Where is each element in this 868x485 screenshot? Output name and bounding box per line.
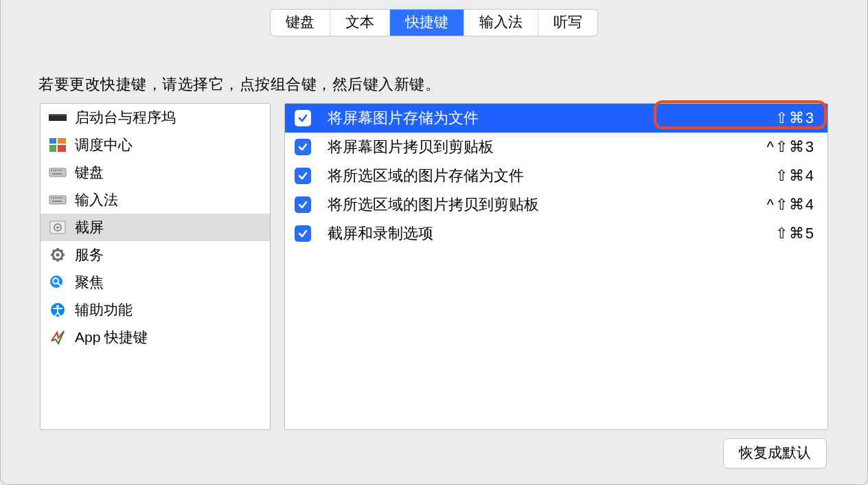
gear-icon [49, 247, 67, 262]
shortcut-keys: ⇧⌘3 [775, 109, 815, 127]
checkbox[interactable] [295, 196, 311, 213]
sidebar-item-label: App 快捷键 [75, 328, 148, 347]
svg-rect-2 [49, 138, 56, 144]
shortcut-keys: ^⇧⌘3 [766, 138, 815, 156]
sidebar-item-label: 调度中心 [75, 135, 133, 155]
restore-defaults-button[interactable]: 恢复成默认 [723, 438, 827, 469]
spotlight-icon [49, 275, 67, 290]
sidebar-item-label: 截屏 [75, 218, 104, 237]
sidebar-item-accessibility[interactable]: 辅助功能 [41, 296, 270, 324]
instruction-text: 若要更改快捷键，请选择它，点按组合键，然后键入新键。 [38, 74, 440, 95]
sidebar-item-keyboard[interactable]: 键盘 [41, 159, 270, 186]
shortcut-row[interactable]: 截屏和录制选项 ⇧⌘5 [285, 219, 827, 248]
svg-rect-13 [52, 173, 62, 174]
shortcut-list[interactable]: 将屏幕图片存储为文件 ⇧⌘3 将屏幕图片拷贝到剪贴板 ^⇧⌘3 将所选区域的图片… [284, 103, 828, 430]
checkbox[interactable] [295, 225, 311, 242]
shortcut-keys: ^⇧⌘4 [766, 196, 815, 214]
panels-container: 启动台与程序坞 调度中心 键盘 输入法 截屏 [40, 103, 828, 430]
tab-keyboard[interactable]: 键盘 [271, 10, 330, 36]
shortcut-keys: ⇧⌘5 [775, 225, 815, 242]
shortcut-label: 将屏幕图片存储为文件 [328, 108, 759, 128]
sidebar-item-app-shortcuts[interactable]: App 快捷键 [41, 324, 270, 351]
screenshot-icon [49, 220, 67, 235]
sidebar-item-label: 输入法 [75, 190, 118, 210]
svg-rect-1 [49, 114, 67, 115]
shortcut-label: 将屏幕图片拷贝到剪贴板 [328, 137, 750, 157]
tab-text[interactable]: 文本 [330, 10, 390, 36]
sidebar-item-services[interactable]: 服务 [41, 241, 270, 269]
checkbox[interactable] [295, 168, 311, 184]
sidebar-item-screenshots[interactable]: 截屏 [41, 214, 270, 241]
svg-rect-21 [52, 201, 62, 202]
svg-rect-17 [55, 197, 56, 199]
shortcut-row[interactable]: 将所选区域的图片拷贝到剪贴板 ^⇧⌘4 [285, 190, 827, 219]
sidebar-item-label: 辅助功能 [75, 300, 133, 319]
shortcut-row[interactable]: 将屏幕图片存储为文件 ⇧⌘3 [285, 104, 827, 133]
sidebar-item-label: 键盘 [75, 163, 104, 182]
checkbox[interactable] [295, 139, 311, 155]
svg-rect-12 [61, 170, 62, 171]
svg-line-31 [53, 250, 54, 251]
keyboard-icon [49, 165, 67, 180]
svg-point-26 [56, 253, 60, 257]
category-sidebar[interactable]: 启动台与程序坞 调度中心 键盘 输入法 截屏 [40, 103, 271, 430]
shortcut-row[interactable]: 将所选区域的图片存储为文件 ⇧⌘4 [285, 161, 827, 190]
svg-point-39 [56, 305, 59, 308]
checkbox[interactable] [295, 110, 311, 126]
mission-control-icon [49, 137, 67, 153]
sidebar-item-label: 启动台与程序坞 [75, 108, 176, 127]
shortcut-label: 截屏和录制选项 [328, 223, 759, 244]
svg-line-32 [61, 258, 62, 260]
svg-rect-14 [49, 196, 66, 204]
tab-input[interactable]: 输入法 [464, 10, 538, 36]
shortcut-keys: ⇧⌘4 [775, 167, 815, 185]
sidebar-item-input-sources[interactable]: 输入法 [41, 186, 270, 214]
settings-tabbar: 键盘 文本 快捷键 输入法 听写 [271, 10, 597, 36]
svg-rect-7 [51, 170, 52, 171]
svg-rect-8 [53, 170, 54, 171]
svg-rect-16 [53, 197, 54, 199]
svg-rect-19 [59, 197, 60, 199]
shortcut-label: 将所选区域的图片拷贝到剪贴板 [328, 194, 750, 215]
sidebar-item-launchpad[interactable]: 启动台与程序坞 [41, 104, 270, 131]
svg-rect-11 [59, 170, 60, 171]
appshortcut-icon [49, 330, 67, 345]
sidebar-item-mission-control[interactable]: 调度中心 [41, 131, 270, 159]
svg-rect-20 [61, 197, 62, 199]
tab-dictation[interactable]: 听写 [538, 10, 597, 36]
svg-line-33 [61, 250, 62, 251]
svg-rect-3 [58, 138, 66, 144]
sidebar-item-label: 服务 [75, 245, 104, 264]
keyboard-icon [49, 192, 67, 207]
accessibility-icon [49, 302, 67, 317]
svg-line-34 [53, 258, 54, 260]
svg-rect-5 [58, 145, 66, 152]
sidebar-item-spotlight[interactable]: 聚焦 [41, 269, 270, 296]
tab-shortcuts[interactable]: 快捷键 [390, 10, 464, 36]
svg-rect-9 [55, 170, 56, 171]
shortcut-row[interactable]: 将屏幕图片拷贝到剪贴板 ^⇧⌘3 [285, 133, 827, 161]
svg-point-24 [56, 226, 59, 229]
svg-rect-4 [49, 145, 56, 152]
svg-rect-6 [49, 168, 66, 177]
launchpad-icon [49, 110, 67, 125]
svg-rect-18 [57, 197, 58, 199]
svg-rect-15 [51, 197, 52, 199]
svg-rect-10 [57, 170, 58, 171]
sidebar-item-label: 聚焦 [75, 273, 104, 292]
shortcut-label: 将所选区域的图片存储为文件 [328, 166, 759, 186]
